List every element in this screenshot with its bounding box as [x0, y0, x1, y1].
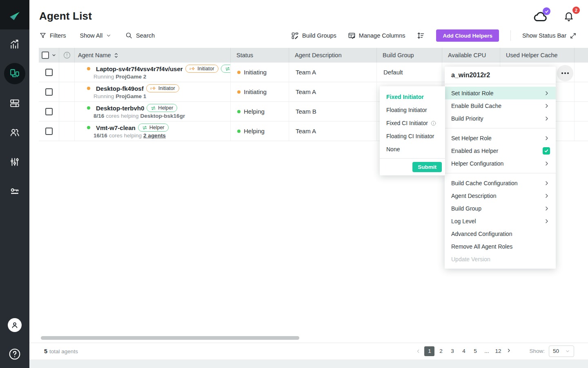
description-cell: Team B [289, 102, 377, 121]
layout-icon [9, 98, 20, 108]
sidebar-item-settings[interactable] [0, 147, 29, 177]
agents-link[interactable]: 2 agents [143, 132, 166, 139]
user-avatar[interactable] [8, 318, 22, 332]
enabled-helper-checkbox[interactable] [543, 147, 550, 155]
status-dot [237, 71, 241, 74]
sidebar [0, 0, 29, 368]
agent-name[interactable]: Desktop-terbvh0 [96, 105, 144, 112]
next-page-button[interactable] [504, 346, 514, 356]
menu-item-set-helper-role[interactable]: Set Helper Role [445, 132, 556, 144]
filters-button[interactable]: Filters [39, 32, 66, 39]
chevron-down-icon [565, 349, 570, 354]
chevron-right-icon [543, 115, 550, 122]
page-ellipsis: ... [481, 346, 492, 356]
helper-badge: Helper [221, 65, 231, 73]
header-agent-name[interactable]: Agent Name [75, 48, 231, 63]
menu-item-advanced-configuration[interactable]: Advanced Configuration [445, 227, 556, 240]
swap-arrows-icon [225, 67, 230, 71]
menu-item-remove-all-agent-roles[interactable]: Remove All Agent Roles [445, 240, 556, 253]
header-agent-description[interactable]: Agent Description [289, 48, 377, 63]
users-icon [9, 127, 20, 138]
search-button[interactable]: Search [125, 32, 155, 39]
header-status[interactable]: Status [231, 48, 289, 63]
sidebar-item-agents[interactable] [0, 59, 29, 88]
description-cell: Team A [289, 63, 377, 82]
agent-status-dot [87, 126, 90, 129]
row-actions-button[interactable] [557, 65, 573, 81]
select-all-checkbox[interactable] [42, 52, 49, 59]
build-groups-button[interactable]: Build Groups [291, 32, 336, 40]
sidebar-item-dashboard[interactable] [0, 29, 29, 59]
row-checkbox[interactable] [45, 128, 53, 135]
initiator-star-icon [189, 67, 196, 71]
show-all-dropdown[interactable]: Show All [80, 32, 111, 39]
page-size-select[interactable]: 50 [549, 346, 574, 357]
menu-item-build-cache-configuration[interactable]: Build Cache Configuration [445, 177, 556, 189]
help-button[interactable] [8, 348, 21, 362]
row-alert-cell [59, 82, 75, 101]
manage-columns-button[interactable]: Manage Columns [348, 32, 405, 40]
menu-item-helper-configuration[interactable]: Helper Configuration [445, 157, 556, 170]
app-logo[interactable] [0, 0, 29, 29]
status-cell: Initiating [231, 63, 289, 82]
chevron-right-icon [543, 90, 550, 96]
agent-name[interactable]: Laptop-sv4r7f4vsv4r7f4v/user [96, 65, 183, 72]
menu-item-enable-build-cache[interactable]: Enable Build Cache [445, 99, 556, 112]
chevron-right-icon [543, 180, 550, 186]
row-checkbox[interactable] [45, 69, 53, 76]
show-status-bar-button[interactable]: Show Status Bar [522, 32, 577, 39]
help-icon [8, 348, 21, 361]
page-size-group: Show: 50 [529, 346, 574, 357]
status-cell: Helping [231, 121, 289, 141]
page-button-1[interactable]: 1 [424, 346, 434, 356]
sidebar-bottom [8, 318, 22, 368]
header-extra [575, 48, 588, 63]
chevron-right-icon [543, 193, 550, 199]
option-floating-initiator[interactable]: Floating Initiator [380, 103, 445, 117]
submit-button[interactable]: Submit [412, 162, 442, 172]
option-fixed-initiator[interactable]: Fixed Initiator [380, 90, 445, 103]
agent-name[interactable]: Desktop-fk49osf [96, 85, 144, 92]
option-floating-ci-initiator[interactable]: Floating CI Initiator [380, 130, 445, 143]
add-cloud-helpers-button[interactable]: Add Cloud Helpers [436, 29, 499, 42]
notifications-button[interactable]: 2 [561, 9, 577, 24]
header-select-all[interactable] [39, 48, 59, 63]
menu-item-set-initiator-role[interactable]: Set Initiator Role [445, 87, 556, 99]
sidebar-item-build-groups[interactable] [0, 88, 29, 118]
row-checkbox[interactable] [45, 108, 53, 115]
header-used-helper-cache[interactable]: Used Helper Cache [500, 48, 575, 63]
page-button-12[interactable]: 12 [493, 346, 503, 356]
menu-item-build-priority[interactable]: Build Priority [445, 112, 556, 125]
page-button-2[interactable]: 2 [436, 346, 446, 356]
menu-item-agent-description[interactable]: Agent Description [445, 189, 556, 202]
topbar-icons: 2 [532, 9, 577, 24]
page-button-3[interactable]: 3 [447, 346, 457, 356]
header-available-cpu[interactable]: Available CPU [442, 48, 500, 63]
page-button-4[interactable]: 4 [459, 346, 469, 356]
expand-icon [570, 32, 577, 39]
build-group-cell: Default [377, 63, 442, 82]
context-menu-title: a_win2012r2 [445, 67, 556, 84]
sidebar-item-license[interactable] [0, 177, 29, 206]
sort-button[interactable] [416, 31, 425, 40]
sort-arrows-icon[interactable] [114, 52, 119, 58]
chevron-right-icon [507, 348, 512, 354]
row-checkbox[interactable] [45, 88, 53, 96]
menu-item-enabled-as-helper[interactable]: Enabled as Helper [445, 144, 556, 157]
status-dot [237, 110, 241, 113]
page-button-5[interactable]: 5 [470, 346, 480, 356]
info-icon[interactable] [430, 120, 437, 126]
header-build-group[interactable]: Build Group [377, 48, 442, 63]
prev-page-button[interactable] [413, 346, 423, 356]
agent-name[interactable]: Vmt-w7-clean [96, 124, 136, 131]
menu-item-build-group[interactable]: Build Group [445, 202, 556, 215]
horizontal-scrollbar[interactable] [41, 336, 299, 340]
agent-subtext: RunningProjGame 1 [94, 93, 146, 99]
option-none[interactable]: None [380, 143, 445, 156]
check-icon [544, 148, 549, 153]
menu-item-log-level[interactable]: Log Level [445, 215, 556, 227]
row-alert-cell [59, 102, 75, 121]
cloud-status-button[interactable] [532, 9, 548, 24]
sidebar-item-users[interactable] [0, 118, 29, 147]
option-fixed-ci-initiator[interactable]: Fixed CI Initiator [380, 117, 445, 130]
